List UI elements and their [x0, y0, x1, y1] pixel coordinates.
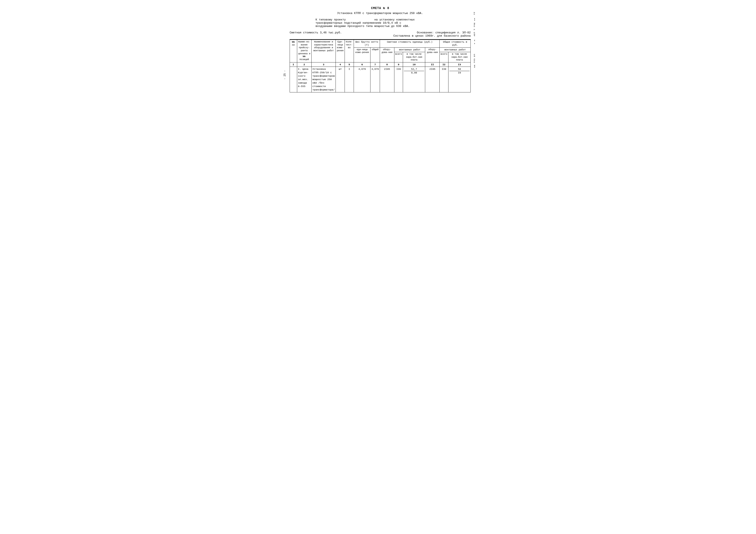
- row1-cost-mnt-total: I39: [394, 66, 403, 92]
- th-cost-mnt-group: монтажных работ: [394, 47, 425, 52]
- th-wt-unit: еди-ницы изме-рения: [354, 47, 370, 62]
- th-unit: Еди-ница изме-рения: [336, 40, 345, 63]
- side-label-right-bottom: фф 223-02: [473, 54, 475, 68]
- row1-tot-mnt-total: I39: [440, 66, 448, 92]
- col-num-10: 10: [403, 62, 425, 66]
- col-num-13: I3: [448, 62, 471, 66]
- row1-unit: шт: [336, 66, 345, 92]
- page-title: СМЕТА № 8: [290, 7, 471, 10]
- col-num-3: 3: [311, 62, 336, 66]
- title-section: СМЕТА № 8 Установка КТПП с трансформатор…: [290, 7, 471, 15]
- row1-cost-mnt-wage: 52,7 9,98: [403, 66, 425, 92]
- th-cost-eq: обору-дова-ния: [380, 47, 394, 62]
- col-num-2: 2: [297, 62, 311, 66]
- row1-tot-mnt-wage: 58 I0: [448, 66, 471, 92]
- subtitle1: Установка КТПП с трансформатором мощност…: [290, 12, 471, 15]
- row1-tot-eq: 2I85: [425, 66, 440, 92]
- subtitle2-line3: воздушными вводами проходного типа мощно…: [315, 25, 458, 28]
- th-pricelist: Наиме-но-вание прейску-ранта ценника и №…: [297, 40, 311, 63]
- row1-qty: I: [345, 66, 354, 92]
- subtitle-block: К типовому проекту на установку комплект…: [315, 18, 458, 28]
- col-num-6: 6: [354, 62, 370, 66]
- th-unit-cost-group: Сметная стоимость единицы (руб.): [380, 40, 440, 48]
- col-num-4: 4: [336, 62, 345, 66]
- th-cost-mnt-total: всего: [394, 52, 403, 62]
- main-table: №№пп Наиме-но-вание прейску-ранта ценник…: [290, 39, 471, 92]
- th-tot-eq: обору-дова-ния: [425, 47, 440, 62]
- col-num-11: II: [425, 62, 440, 66]
- meta-left: Сметная стоимость 3,46 тыс.руб.: [290, 31, 342, 38]
- side-label-right-top: т.п. 407-7-226 лл. II: [473, 7, 475, 50]
- meta-right: Основание: спецификация л. ЭЛ-02 Составл…: [393, 31, 471, 38]
- col-num-7: 7: [370, 62, 380, 66]
- th-tot-mnt-wage: в том числе зара-бот-ная плата: [448, 52, 471, 62]
- th-tot-mnt-group: монтажных работ: [440, 47, 471, 52]
- th-num: №№пп: [290, 40, 297, 63]
- subtitle2-line2: трансформаторных подстанций напряжением …: [315, 21, 458, 25]
- side-label-left: - 25 -: [283, 70, 287, 80]
- row1-description: Установка КТПП-250/10 с трансформатором …: [311, 66, 336, 92]
- meta-section: Сметная стоимость 3,46 тыс.руб. Основани…: [290, 31, 471, 38]
- th-qty: Коли-чест-во: [345, 40, 354, 63]
- th-cost-mnt-wage: в том числе зара-бот-ная плата: [403, 52, 425, 62]
- col-num-5: 5: [345, 62, 354, 66]
- row1-pricelist: I. Цена Курган-ского эл.мех. завода 8-55…: [297, 66, 311, 92]
- th-tot-mnt-total: всего: [440, 52, 448, 62]
- col-num-8: 8: [380, 62, 394, 66]
- row1-num: [290, 66, 297, 92]
- th-description: Наименование и характеристика оборудован…: [311, 40, 336, 63]
- col-num-1: I: [290, 62, 297, 66]
- row1-wt-total: 4,079: [370, 66, 380, 92]
- th-total-cost-group: Общая стоимость в руб.: [440, 40, 471, 48]
- table-row: I. Цена Курган-ского эл.мех. завода 8-55…: [290, 66, 471, 92]
- col-num-12: I2: [440, 62, 448, 66]
- row1-cost-eq: 2I85: [380, 66, 394, 92]
- col-num-9: 9: [394, 62, 403, 66]
- table-col-nums-row: I 2 3 4 5 6 7 8 9 10 II I2 I3: [290, 62, 471, 66]
- row1-wt-unit: 4,079: [354, 66, 370, 92]
- table-header-row1: №№пп Наиме-но-вание прейску-ранта ценник…: [290, 40, 471, 48]
- subtitle2-line1: К типовому проекту на установку комплект…: [315, 18, 458, 21]
- th-wt-total: общий: [370, 47, 380, 62]
- page-container: т.п. 407-7-226 лл. II фф 223-02 - 25 - С…: [290, 7, 471, 92]
- th-weight-group: Вес брутто нетто (Т): [354, 40, 380, 48]
